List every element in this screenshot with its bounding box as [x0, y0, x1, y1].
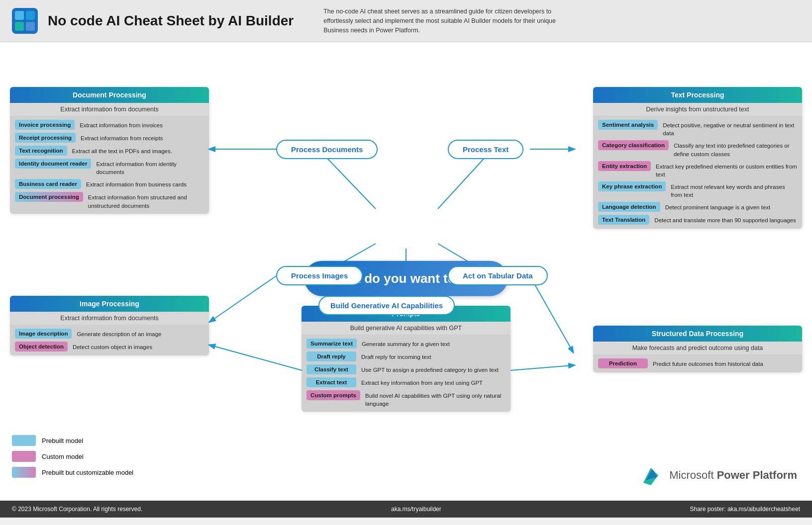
ai-builder-logo	[12, 8, 38, 34]
tag-category: Category classification	[598, 140, 669, 150]
table-row: Category classification Classify any tex…	[598, 140, 797, 158]
table-row: Prediction Predict future outcomes from …	[598, 358, 797, 368]
process-documents-node: Process Documents	[276, 140, 378, 159]
table-row: Business card reader Extract information…	[15, 179, 204, 189]
tag-text-recognition: Text recognition	[15, 146, 67, 156]
tag-custom-prompts: Custom prompts	[306, 390, 360, 400]
text-panel-body: Sentiment analysis Detect positive, nega…	[593, 116, 802, 229]
tag-sentiment: Sentiment analysis	[598, 120, 658, 130]
structured-data-panel: Structured Data Processing Make forecast…	[593, 326, 802, 372]
pp-brand-text: Microsoft Power Platform	[669, 469, 797, 482]
table-row: Sentiment analysis Detect positive, nega…	[598, 120, 797, 137]
desc-text-translation: Detect and translate more than 90 suppor…	[654, 215, 796, 224]
desc-identity-doc: Extract information from identity docume…	[96, 159, 204, 176]
desc-extract-text: Extract key information from any text us…	[361, 377, 483, 387]
svg-line-16	[510, 365, 572, 370]
desc-business-card: Extract information from business cards	[86, 179, 187, 188]
table-row: Receipt processing Extract information f…	[15, 133, 204, 143]
main-content: What do you want to do? Process Document…	[0, 42, 812, 518]
struct-panel-body: Prediction Predict future outcomes from …	[593, 354, 802, 372]
tag-identity-doc: Identity document reader	[15, 159, 91, 169]
svg-rect-3	[15, 22, 24, 31]
process-text-node: Process Text	[448, 140, 523, 159]
table-row: Extract text Extract key information fro…	[306, 377, 506, 387]
table-row: Classify text Use GPT to assign a predef…	[306, 364, 506, 374]
table-row: Invoice processing Extract information f…	[15, 120, 204, 130]
table-row: Key phrase extraction Extract most relev…	[598, 181, 797, 199]
table-row: Language detection Detect prominent lang…	[598, 202, 797, 212]
legend-box-prebuilt	[12, 435, 36, 446]
svg-line-12	[211, 276, 276, 321]
desc-prediction: Predict future outcomes from historical …	[653, 358, 763, 368]
tag-classify-text: Classify text	[306, 364, 356, 374]
prompts-panel-subheader: Build generative AI capabilities with GP…	[302, 322, 510, 335]
svg-line-13	[530, 276, 572, 350]
desc-summarize: Generate summary for a given text	[362, 339, 450, 348]
table-row: Entity extraction Extract key predefined…	[598, 161, 797, 178]
footer-share: Share poster: aka.ms/aibuildercheatsheet	[690, 506, 800, 513]
doc-panel-body: Invoice processing Extract information f…	[10, 116, 209, 213]
doc-panel-subheader: Extract information from documents	[10, 103, 209, 116]
tag-text-translation: Text Translation	[598, 215, 649, 225]
img-panel-body: Image description Generate description o…	[10, 325, 209, 355]
table-row: Image description Generate description o…	[15, 329, 204, 339]
legend: Prebuilt model Custom model Prebuilt but…	[12, 435, 133, 478]
table-row: Document processing Extract information …	[15, 192, 204, 209]
desc-category: Classify any text into predefined catego…	[674, 140, 797, 158]
tag-doc-processing: Document processing	[15, 192, 83, 202]
header: No code AI Cheat Sheet by AI Builder The…	[0, 0, 812, 42]
desc-invoice: Extract information from invoices	[80, 120, 163, 129]
desc-sentiment: Detect positive, negative or neutral sen…	[663, 120, 797, 137]
svg-rect-1	[15, 11, 24, 20]
legend-item-customizable: Prebuilt but customizable model	[12, 467, 133, 478]
desc-receipt: Extract information from receipts	[81, 133, 163, 142]
img-panel-subheader: Extract information from documents	[10, 312, 209, 325]
table-row: Draft reply Draft reply for incoming tex…	[306, 351, 506, 361]
desc-custom-prompts: Build novel AI capabilities with GPT usi…	[365, 390, 506, 408]
tag-summarize: Summarize text	[306, 339, 357, 349]
tag-image-desc: Image description	[15, 329, 72, 339]
desc-keyphrase: Extract most relevant key words and phra…	[671, 181, 797, 199]
legend-label-custom: Custom model	[42, 453, 84, 460]
legend-item-prebuilt: Prebuilt model	[12, 435, 133, 446]
desc-lang-detection: Detect prominent language is a given tex…	[665, 202, 771, 211]
act-on-tabular-node: Act on Tabular Data	[448, 266, 548, 285]
page-title: No code AI Cheat Sheet by AI Builder	[48, 13, 294, 29]
power-platform-icon	[638, 463, 663, 488]
svg-rect-2	[26, 11, 35, 20]
img-panel-header: Image Processing	[10, 296, 209, 312]
text-panel-subheader: Derive insights from unstructured text	[593, 103, 802, 116]
svg-rect-4	[26, 22, 35, 31]
svg-line-15	[211, 346, 302, 370]
tag-extract-text: Extract text	[306, 377, 356, 387]
footer-link: aka.ms/tryaibuilder	[391, 506, 441, 513]
footer-copyright: © 2023 Microsoft Corporation. All rights…	[12, 506, 142, 513]
desc-text-recognition: Extract all the text in PDFs and images.	[72, 146, 172, 155]
tag-prediction: Prediction	[598, 358, 648, 368]
prompts-panel-body: Summarize text Generate summary for a gi…	[302, 335, 510, 412]
doc-panel-header: Document Processing	[10, 87, 209, 103]
desc-doc-processing: Extract information from structured and …	[88, 192, 204, 209]
build-generative-node: Build Generative AI Capabilities	[318, 296, 455, 315]
desc-entity: Extract key predefined elements or custo…	[656, 161, 797, 178]
text-panel-header: Text Processing	[593, 87, 802, 103]
header-description: The no-code AI cheat sheet serves as a s…	[323, 7, 572, 35]
tag-business-card: Business card reader	[15, 179, 81, 189]
desc-object-detection: Detect custom object in images	[73, 342, 152, 351]
process-images-node: Process Images	[276, 266, 363, 285]
text-processing-panel: Text Processing Derive insights from uns…	[593, 87, 802, 229]
desc-image-desc: Generate description of an image	[77, 329, 161, 338]
table-row: Object detection Detect custom object in…	[15, 342, 204, 351]
table-row: Text recognition Extract all the text in…	[15, 146, 204, 156]
table-row: Identity document reader Extract informa…	[15, 159, 204, 176]
prompts-panel: Prompts Build generative AI capabilities…	[302, 306, 510, 412]
footer: © 2023 Microsoft Corporation. All rights…	[0, 501, 812, 518]
tag-draft-reply: Draft reply	[306, 351, 356, 361]
doc-processing-panel: Document Processing Extract information …	[10, 87, 209, 213]
power-platform-logo-area: Microsoft Power Platform	[638, 463, 797, 488]
desc-classify-text: Use GPT to assign a predefined category …	[361, 364, 499, 374]
table-row: Summarize text Generate summary for a gi…	[306, 339, 506, 349]
legend-box-custom	[12, 451, 36, 462]
desc-draft-reply: Draft reply for incoming text	[361, 351, 431, 361]
struct-panel-subheader: Make forecasts and predict outcome using…	[593, 342, 802, 354]
